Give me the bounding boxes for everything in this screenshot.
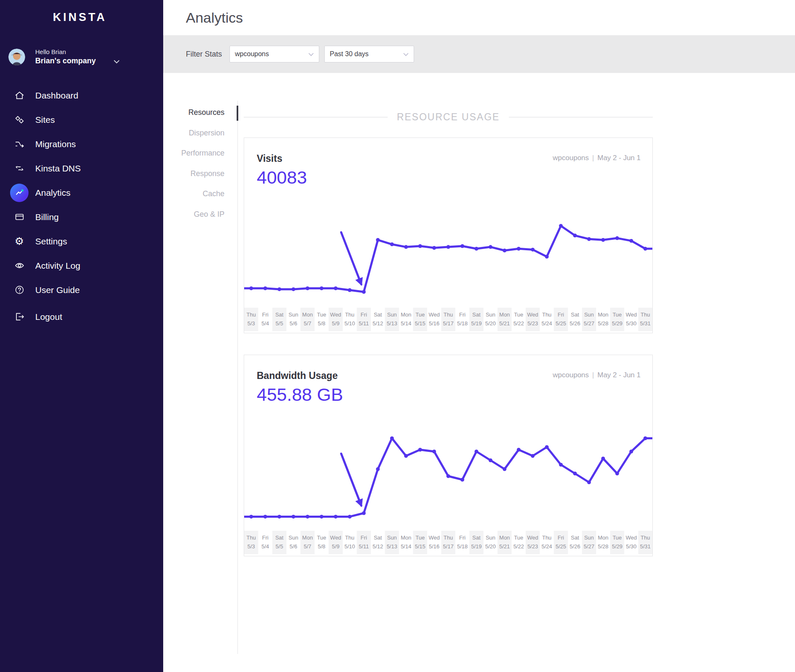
- svg-text:Sat: Sat: [275, 311, 284, 318]
- subnav-item-cache[interactable]: Cache: [176, 189, 224, 210]
- svg-text:Wed: Wed: [429, 311, 440, 318]
- svg-text:Wed: Wed: [626, 311, 637, 318]
- sidebar: Kinsta Hello Brian Brian's company: [0, 0, 163, 672]
- svg-text:Sat: Sat: [571, 311, 579, 318]
- meta-separator: |: [589, 154, 597, 162]
- question-circle-icon: [10, 281, 29, 299]
- sidebar-item-settings[interactable]: ⚙ Settings: [0, 229, 163, 254]
- meta-separator: |: [589, 371, 597, 379]
- visits-card: Visits 40083 wpcoupons|May 2 - Jun 1 Thu…: [244, 138, 653, 333]
- section-line-right: [509, 117, 653, 117]
- svg-text:Fri: Fri: [558, 534, 564, 541]
- app: Kinsta Hello Brian Brian's company: [0, 0, 795, 672]
- sidebar-item-user-guide[interactable]: User Guide: [0, 278, 163, 302]
- sidebar-item-logout[interactable]: Logout: [0, 305, 163, 329]
- subnav-item-geo-ip[interactable]: Geo & IP: [176, 210, 224, 231]
- sidebar-item-label: Migrations: [35, 139, 76, 149]
- svg-text:5/23: 5/23: [527, 543, 538, 550]
- sidebar-item-label: Activity Log: [35, 261, 80, 271]
- sidebar-item-sites[interactable]: Sites: [0, 108, 163, 132]
- svg-text:5/22: 5/22: [513, 543, 524, 550]
- svg-text:Fri: Fri: [262, 311, 268, 318]
- svg-text:Fri: Fri: [459, 311, 466, 318]
- sidebar-item-migrations[interactable]: Migrations: [0, 132, 163, 156]
- svg-text:Fri: Fri: [262, 534, 268, 541]
- svg-text:5/9: 5/9: [332, 320, 339, 327]
- sidebar-item-kinsta-dns[interactable]: Kinsta DNS: [0, 156, 163, 181]
- subnav-active-indicator: [237, 106, 238, 121]
- kinsta-logo: Kinsta: [0, 0, 163, 24]
- svg-text:Sun: Sun: [289, 534, 298, 541]
- svg-text:5/28: 5/28: [598, 543, 608, 550]
- subnav-item-resources[interactable]: Resources: [176, 108, 224, 129]
- svg-text:Tue: Tue: [415, 534, 425, 541]
- svg-text:Wed: Wed: [330, 311, 341, 318]
- bandwidth-meta: wpcoupons|May 2 - Jun 1: [553, 371, 641, 379]
- migrations-icon: [10, 135, 29, 153]
- svg-text:5/14: 5/14: [401, 543, 411, 550]
- svg-text:5/11: 5/11: [359, 320, 369, 327]
- svg-text:5/15: 5/15: [415, 320, 425, 327]
- svg-text:5/19: 5/19: [471, 320, 482, 327]
- svg-text:Thu: Thu: [443, 311, 453, 318]
- visits-value: 40083: [257, 167, 307, 188]
- svg-text:Thu: Thu: [443, 534, 453, 541]
- svg-text:Tue: Tue: [317, 534, 326, 541]
- svg-text:Sat: Sat: [472, 311, 481, 318]
- svg-text:5/24: 5/24: [542, 543, 552, 550]
- svg-text:5/30: 5/30: [626, 543, 636, 550]
- svg-text:5/27: 5/27: [584, 543, 594, 550]
- svg-text:Tue: Tue: [514, 534, 523, 541]
- svg-text:Tue: Tue: [514, 311, 523, 318]
- svg-text:Tue: Tue: [613, 534, 622, 541]
- meta-range: May 2 - Jun 1: [597, 154, 641, 162]
- sidebar-item-activity-log[interactable]: Activity Log: [0, 254, 163, 278]
- sidebar-item-dashboard[interactable]: Dashboard: [0, 83, 163, 108]
- svg-text:Sat: Sat: [275, 534, 284, 541]
- svg-text:5/17: 5/17: [443, 543, 454, 550]
- svg-text:5/21: 5/21: [499, 320, 510, 327]
- svg-text:Sun: Sun: [584, 534, 594, 541]
- svg-text:Tue: Tue: [317, 311, 326, 318]
- svg-text:5/20: 5/20: [485, 543, 496, 550]
- gear-icon: ⚙: [10, 232, 29, 251]
- svg-text:5/8: 5/8: [318, 543, 325, 550]
- sidebar-item-label: Analytics: [35, 188, 70, 198]
- sidebar-item-analytics[interactable]: Analytics: [0, 181, 163, 205]
- subnav-item-dispersion[interactable]: Dispersion: [176, 129, 224, 149]
- chevron-down-icon: [114, 57, 120, 66]
- sidebar-item-billing[interactable]: Billing: [0, 205, 163, 229]
- sidebar-item-label: Settings: [35, 236, 67, 246]
- subnav-item-response[interactable]: Response: [176, 169, 224, 190]
- svg-text:5/16: 5/16: [429, 543, 439, 550]
- svg-text:5/21: 5/21: [499, 543, 510, 550]
- date-range-select[interactable]: Past 30 days: [324, 46, 414, 62]
- svg-text:5/31: 5/31: [640, 320, 651, 327]
- svg-text:5/4: 5/4: [261, 543, 269, 550]
- svg-text:5/9: 5/9: [332, 543, 339, 550]
- subnav-item-performance[interactable]: Performance: [176, 149, 224, 169]
- sidebar-item-label: Kinsta DNS: [35, 163, 81, 174]
- site-select[interactable]: wpcoupons: [229, 46, 319, 62]
- user-greeting: Hello Brian: [35, 48, 120, 56]
- visits-title: Visits: [257, 153, 282, 164]
- svg-text:Thu: Thu: [247, 311, 256, 318]
- visits-chart: ThuFriSatSunMonTueWedThuFriSatSunMonTueW…: [244, 205, 652, 333]
- bandwidth-chart: ThuFriSatSunMonTueWedThuFriSatSunMonTueW…: [244, 428, 652, 556]
- svg-text:5/14: 5/14: [401, 320, 411, 327]
- logout-icon: [10, 308, 29, 326]
- chevron-down-icon: [403, 50, 409, 58]
- svg-text:5/11: 5/11: [359, 543, 369, 550]
- sidebar-item-label: Dashboard: [35, 91, 78, 101]
- svg-text:5/16: 5/16: [429, 320, 439, 327]
- account-switcher[interactable]: Hello Brian Brian's company: [8, 48, 163, 66]
- avatar: [8, 49, 25, 65]
- svg-text:Tue: Tue: [415, 311, 425, 318]
- svg-text:Sat: Sat: [374, 534, 382, 541]
- meta-range: May 2 - Jun 1: [597, 371, 641, 379]
- svg-text:5/10: 5/10: [344, 543, 355, 550]
- sidebar-item-label: User Guide: [35, 285, 80, 295]
- home-icon: [10, 86, 29, 105]
- svg-text:5/5: 5/5: [276, 320, 283, 327]
- svg-text:5/26: 5/26: [570, 543, 580, 550]
